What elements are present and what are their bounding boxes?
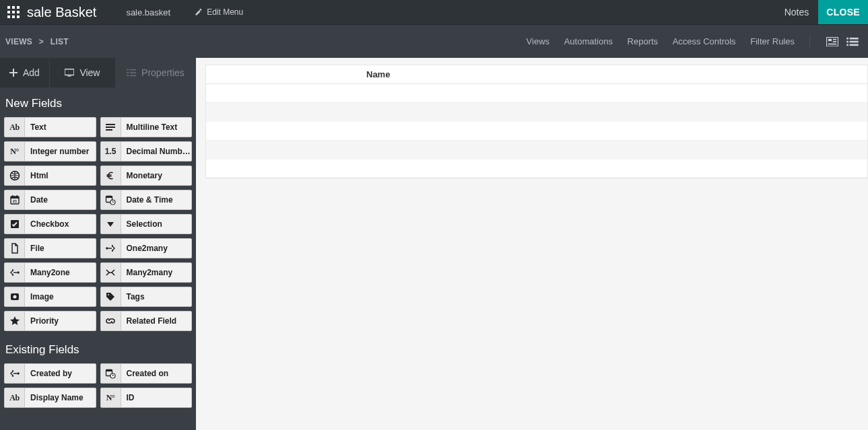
field-type-text-label: Text [25,118,96,137]
notes-link[interactable]: Notes [784,7,809,17]
field-type-related-label: Related Field [121,312,192,330]
field-type-multiline[interactable]: Multiline Text [100,117,193,137]
existing-field-id-label: ID [121,388,192,407]
field-type-text[interactable]: Ab Text [4,117,96,137]
svg-rect-14 [846,37,848,39]
field-type-related[interactable]: Related Field [100,311,193,331]
field-type-html[interactable]: Html [4,166,96,186]
field-type-many2many[interactable]: Many2many [100,262,193,283]
one2many-icon [101,239,121,258]
field-type-priority[interactable]: Priority [4,311,96,331]
svg-rect-13 [828,43,836,44]
file-icon [5,239,25,258]
existing-field-display-name[interactable]: Ab Display Name [4,388,96,408]
field-type-one2many[interactable]: One2many [100,238,193,258]
field-type-tags-label: Tags [121,287,192,306]
field-type-file-label: File [25,239,96,258]
field-type-selection-label: Selection [121,215,192,234]
tab-view[interactable]: View [49,58,115,87]
table-row[interactable] [206,159,867,178]
svg-rect-37 [16,195,18,197]
header-link-automations[interactable]: Automations [564,36,613,46]
text-icon: Ab [5,118,25,137]
field-type-monetary-label: Monetary [121,166,192,185]
svg-rect-4 [12,11,15,13]
field-type-selection[interactable]: Selection [100,214,193,234]
svg-rect-6 [7,15,10,18]
header-link-reports[interactable]: Reports [628,36,659,46]
svg-rect-18 [846,44,848,46]
table-row[interactable] [206,122,867,141]
svg-rect-2 [17,6,20,9]
field-type-integer[interactable]: N° Integer number [4,141,96,162]
field-type-many2one-label: Many2one [25,263,96,282]
list-gap [206,141,867,159]
column-header-name[interactable]: Name [361,69,867,79]
field-type-priority-label: Priority [25,312,96,330]
tag-icon [101,287,121,306]
many2one-icon [5,263,25,282]
existing-field-id[interactable]: N° ID [100,388,193,408]
field-type-file[interactable]: File [4,238,96,258]
field-type-many2many-label: Many2many [121,263,192,282]
svg-rect-28 [127,75,129,77]
svg-point-46 [13,295,16,299]
tab-properties[interactable]: Properties [115,58,196,87]
header-link-access-controls[interactable]: Access Controls [673,36,736,46]
field-type-decimal[interactable]: 1.5 Decimal Numb… [100,141,193,162]
svg-rect-10 [828,38,832,41]
side-panel-scroll[interactable]: New Fields Ab Text Multiline Text N° Int… [0,87,196,430]
decimal-icon: 1.5 [101,142,121,161]
svg-rect-29 [130,75,136,77]
existing-field-created-on[interactable]: Created on [100,363,193,384]
svg-rect-31 [106,127,115,128]
svg-rect-0 [7,6,10,9]
edit-menu-link[interactable]: Edit Menu [195,7,243,17]
close-button[interactable]: CLOSE [818,0,868,24]
svg-rect-5 [17,11,20,13]
breadcrumb-current: LIST [51,37,69,46]
plus-icon [9,69,18,77]
apps-icon[interactable] [4,3,23,22]
field-type-datetime-label: Date & Time [121,190,192,209]
svg-rect-11 [833,38,836,40]
list-view-icon[interactable] [845,34,860,49]
tab-add[interactable]: Add [0,58,49,87]
svg-point-44 [17,271,20,274]
svg-rect-3 [7,11,10,13]
datetime-icon [101,190,121,209]
field-type-image[interactable]: Image [4,287,96,307]
list-gap [206,103,867,122]
tab-add-label: Add [23,67,40,78]
existing-field-created-on-label: Created on [121,364,192,383]
existing-field-created-by[interactable]: Created by [4,363,96,384]
field-type-checkbox[interactable]: Checkbox [4,214,96,234]
svg-point-48 [17,372,20,375]
field-type-html-label: Html [25,166,96,185]
section-existing-fields-title: Existing Fields [5,343,192,357]
field-type-many2one[interactable]: Many2one [4,262,96,283]
header-link-views[interactable]: Views [527,36,549,46]
globe-icon [5,166,25,185]
breadcrumb-root[interactable]: VIEWS [5,37,32,46]
field-type-date[interactable]: 21 Date [4,190,96,210]
field-type-tags[interactable]: Tags [100,287,193,307]
image-icon [5,287,25,306]
svg-rect-26 [127,72,129,73]
svg-rect-15 [850,37,859,39]
svg-point-43 [106,247,108,250]
form-view-icon[interactable] [825,34,840,49]
multiline-icon [101,118,121,137]
table-row[interactable] [206,84,867,103]
existing-field-created-by-label: Created by [25,364,96,383]
list-view-area: Name [196,58,868,430]
field-type-image-label: Image [25,287,96,306]
many2one-icon [5,364,25,383]
tab-properties-label: Properties [141,67,185,78]
tab-view-label: View [79,67,100,78]
field-type-monetary[interactable]: Monetary [100,166,193,186]
technical-name: sale.basket [126,7,170,17]
header-link-filter-rules[interactable]: Filter Rules [750,36,795,46]
field-type-datetime[interactable]: Date & Time [100,190,193,210]
svg-rect-12 [833,41,836,42]
